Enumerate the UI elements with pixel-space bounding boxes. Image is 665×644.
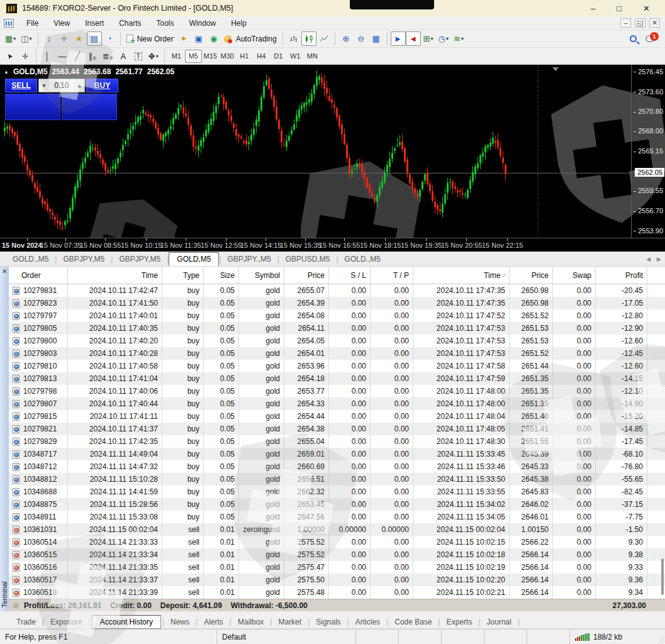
table-row[interactable]: 103489112024.11.11 15:33:08buy0.05gold26…	[9, 511, 665, 523]
vertical-line-button[interactable]: │	[40, 49, 55, 64]
tabs-scroll-left-icon[interactable]: ◀	[646, 256, 651, 262]
lot-size-input[interactable]	[49, 79, 74, 92]
table-row[interactable]: 103487172024.11.11 14:49:04buy0.05gold26…	[9, 448, 665, 460]
tile-windows-button[interactable]: ▦	[369, 31, 384, 46]
chart-menu-icon[interactable]	[4, 19, 14, 28]
crosshair-button[interactable]: ✛	[18, 49, 33, 64]
table-row[interactable]: 103487122024.11.11 14:47:32buy0.05gold26…	[9, 460, 665, 473]
terminal-button[interactable]: ▤	[87, 31, 102, 46]
candlestick-button[interactable]	[301, 31, 316, 46]
data-window-button[interactable]: ✛	[57, 31, 72, 46]
maximize-button[interactable]: □	[617, 4, 622, 13]
timeframe-M5[interactable]: M5	[185, 50, 202, 63]
table-row[interactable]: 102798072024.10.11 17:40:44buy0.05gold26…	[9, 397, 665, 410]
chart-tab[interactable]: GOLD.,M5	[338, 253, 387, 265]
history-scrollbar[interactable]	[660, 284, 664, 599]
terminal-tab-news[interactable]: News	[165, 616, 194, 628]
column-header-price[interactable]: Price	[284, 267, 329, 284]
table-row[interactable]: 102798292024.10.11 17:42:35buy0.05gold26…	[9, 435, 665, 448]
signals-button[interactable]: ◉	[206, 31, 221, 46]
close-button[interactable]: ✕	[643, 4, 650, 13]
menu-help[interactable]: Help	[223, 16, 254, 30]
chart-plot[interactable]: ▲ GOLD,M5 2563.44 2563.68 2561.77 2562.0…	[0, 65, 665, 238]
horizontal-line-button[interactable]: —	[55, 49, 70, 64]
periods-button[interactable]: ◷▾	[436, 31, 451, 46]
text-button[interactable]: A	[116, 49, 131, 64]
chart-tab[interactable]: GBPJPY,M5	[113, 253, 167, 265]
table-row[interactable]: 102797972024.10.11 17:40:01buy0.05gold26…	[9, 309, 665, 322]
timeframe-M30[interactable]: M30	[219, 50, 236, 63]
search-icon[interactable]	[630, 35, 637, 42]
history-table-header[interactable]: OrderTimeTypeSizeSymbolPriceS / LT / PTi…	[9, 267, 665, 284]
lot-decrease-button[interactable]: ▼	[39, 79, 49, 92]
status-profile[interactable]: Default	[217, 630, 356, 644]
table-row[interactable]: 103605172024.11.14 21:33:37sell0.01gold2…	[9, 574, 665, 586]
chart-tab[interactable]: GBPJPY,M5	[57, 253, 111, 265]
line-chart-button[interactable]	[316, 31, 332, 46]
chart-shift-button[interactable]: ◀	[406, 31, 421, 46]
menu-view[interactable]: View	[46, 16, 77, 30]
sell-button[interactable]: SELL	[5, 79, 37, 92]
new-chart-button[interactable]: ▦▾	[3, 31, 18, 46]
time-axis[interactable]: 15 Nov 202415 Nov 07:3515 Nov 08:5515 No…	[0, 238, 665, 252]
chart-shift-marker[interactable]	[552, 67, 559, 71]
terminal-tab-experts[interactable]: Experts	[442, 616, 478, 628]
table-row[interactable]: 102798052024.10.11 17:40:35buy0.05gold26…	[9, 322, 665, 335]
market-watch-button[interactable]: ↕	[42, 31, 57, 46]
styler-button[interactable]: ✦	[176, 31, 191, 46]
text-label-button[interactable]: T	[131, 49, 146, 64]
timeframe-H1[interactable]: H1	[236, 50, 253, 63]
buy-button[interactable]: BUY	[86, 79, 118, 92]
column-header-size[interactable]: Size	[204, 267, 239, 284]
terminal-tab-trade[interactable]: Trade	[11, 616, 41, 628]
table-row[interactable]: 102798152024.10.11 17:41:11buy0.05gold26…	[9, 410, 665, 423]
zoom-in-button[interactable]: ⊕	[338, 31, 354, 46]
auto-scroll-button[interactable]: ▶	[391, 31, 406, 46]
table-row[interactable]: 102798232024.10.11 17:41:50buy0.05gold26…	[9, 297, 665, 309]
table-row[interactable]: 102797982024.10.11 17:40:06buy0.05gold26…	[9, 385, 665, 397]
navigator-button[interactable]: ★	[72, 31, 87, 46]
table-row[interactable]: 103488752024.11.11 15:28:56buy0.05gold26…	[9, 498, 665, 511]
column-header-time[interactable]: Time	[68, 267, 162, 284]
fibonacci-button[interactable]: ≣F	[100, 49, 116, 64]
menu-file[interactable]: File	[19, 16, 46, 30]
table-row[interactable]: 102798132024.10.11 17:41:04buy0.05gold26…	[9, 372, 665, 385]
timeframe-W1[interactable]: W1	[287, 50, 304, 63]
experts-button[interactable]: ▣	[191, 31, 206, 46]
menu-tools[interactable]: Tools	[149, 16, 182, 30]
column-header-order[interactable]: Order	[9, 267, 68, 284]
table-row[interactable]: 103605182024.11.14 21:33:39sell0.01gold2…	[9, 586, 665, 599]
strategy-tester-button[interactable]: ◔	[102, 31, 117, 46]
table-row[interactable]: 103486882024.11.11 14:41:59buy0.05gold26…	[9, 486, 665, 498]
minimize-button[interactable]: –	[591, 4, 595, 13]
channel-button[interactable]: ∥E	[85, 49, 100, 64]
price-axis[interactable]: 2576.452573.602570.802568.002565.152562.…	[631, 65, 665, 238]
column-header-swap-close[interactable]: Swap	[553, 267, 596, 284]
shapes-button[interactable]: ✥▾	[146, 49, 161, 64]
collapse-arrow-icon[interactable]: ▲	[4, 69, 9, 75]
autotrading-button[interactable]: AutoTrading	[221, 31, 279, 46]
table-row[interactable]: 103605162024.11.14 21:33:35sell0.01gold2…	[9, 561, 665, 574]
tabs-scroll-right-icon[interactable]: ▶	[657, 256, 661, 262]
chart-tab[interactable]: GOLD.,M5	[6, 253, 55, 265]
column-header-sl[interactable]: S / L	[329, 267, 371, 284]
column-header-symbol[interactable]: Symbol	[239, 267, 284, 284]
timeframe-MN[interactable]: MN	[304, 50, 321, 63]
terminal-tab-alerts[interactable]: Alerts	[199, 616, 228, 628]
column-header-time-close[interactable]: Time∕	[413, 267, 510, 284]
terminal-tab-articles[interactable]: Articles	[350, 616, 385, 628]
new-order-button[interactable]: New Order	[124, 31, 176, 46]
templates-button[interactable]: ≋▾	[451, 31, 466, 46]
table-row[interactable]: 102798212024.10.11 17:41:37buy0.05gold26…	[9, 423, 665, 435]
timeframe-D1[interactable]: D1	[270, 50, 287, 63]
child-minimize-button[interactable]: –	[620, 18, 631, 28]
indicators-button[interactable]: ⊞▾	[421, 31, 436, 46]
timeframe-M15[interactable]: M15	[202, 50, 219, 63]
column-header-price-close[interactable]: Price	[510, 267, 553, 284]
profiles-button[interactable]: ◫▾	[18, 31, 34, 46]
table-row[interactable]: 103488122024.11.11 15:10:28buy0.05gold26…	[9, 473, 665, 486]
timeframe-H4[interactable]: H4	[253, 50, 270, 63]
table-row[interactable]: 102798002024.10.11 17:40:20buy0.05gold26…	[9, 335, 665, 347]
table-row[interactable]: 103605142024.11.14 21:33:33sell0.01gold2…	[9, 536, 665, 548]
menu-insert[interactable]: Insert	[77, 16, 111, 30]
